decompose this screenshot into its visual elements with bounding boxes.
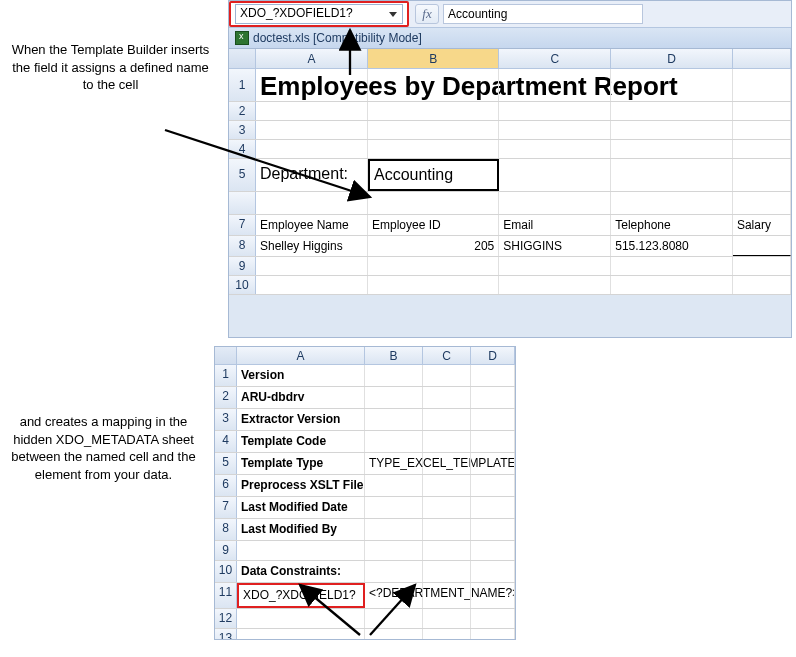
cell[interactable] — [423, 561, 471, 582]
cell[interactable] — [256, 257, 368, 275]
cell[interactable] — [499, 102, 611, 120]
cell[interactable] — [499, 159, 611, 191]
row-header[interactable]: 2 — [229, 102, 256, 120]
cell[interactable] — [423, 629, 471, 640]
meta-key-cell[interactable]: Last Modified Date — [237, 497, 365, 518]
formula-input[interactable] — [443, 4, 643, 24]
cell[interactable] — [423, 609, 471, 628]
cell[interactable] — [471, 365, 515, 386]
cell[interactable] — [423, 453, 471, 474]
row-header[interactable] — [229, 192, 256, 214]
row-header[interactable]: 1 — [215, 365, 237, 386]
cell[interactable] — [423, 519, 471, 540]
cell[interactable] — [471, 541, 515, 560]
row-header[interactable]: 8 — [229, 236, 256, 256]
row-header[interactable]: 8 — [215, 519, 237, 540]
cell[interactable] — [368, 69, 499, 101]
cell[interactable] — [471, 453, 515, 474]
cell[interactable] — [256, 192, 368, 214]
employee-tel-cell[interactable]: 515.123.8080 — [611, 236, 733, 256]
col-header-a[interactable]: A — [237, 347, 365, 364]
cell[interactable] — [611, 121, 733, 139]
row-header[interactable]: 2 — [215, 387, 237, 408]
cell[interactable] — [733, 276, 791, 294]
cell[interactable] — [611, 159, 733, 191]
cell[interactable] — [611, 192, 733, 214]
cell[interactable] — [423, 409, 471, 430]
row-header[interactable]: 12 — [215, 609, 237, 628]
row-header[interactable]: 10 — [215, 561, 237, 582]
col-header-c[interactable]: C — [499, 49, 611, 68]
cell[interactable] — [365, 561, 423, 582]
row-header[interactable]: 1 — [229, 69, 256, 101]
row-header[interactable]: 13 — [215, 629, 237, 640]
cell[interactable] — [499, 192, 611, 214]
cell[interactable] — [733, 159, 791, 191]
cell[interactable] — [365, 387, 423, 408]
cell[interactable] — [256, 276, 368, 294]
cell[interactable] — [611, 102, 733, 120]
row-header[interactable]: 11 — [215, 583, 237, 608]
cell[interactable] — [471, 387, 515, 408]
table-header-cell[interactable]: Email — [499, 215, 611, 235]
table-header-cell[interactable]: Salary — [733, 215, 791, 235]
table-header-cell[interactable]: Telephone — [611, 215, 733, 235]
cell[interactable] — [471, 583, 515, 608]
meta-key-cell[interactable]: Extractor Version — [237, 409, 365, 430]
cell[interactable] — [471, 561, 515, 582]
row-header[interactable]: 4 — [229, 140, 256, 158]
employee-name-cell[interactable]: Shelley Higgins — [256, 236, 368, 256]
cell[interactable] — [423, 475, 471, 496]
meta-key-cell[interactable]: Last Modified By — [237, 519, 365, 540]
cell[interactable] — [611, 69, 733, 101]
meta-key-cell[interactable]: Preprocess XSLT File — [237, 475, 365, 496]
row-header[interactable]: 9 — [229, 257, 256, 275]
employee-id-cell[interactable]: 205 — [368, 236, 499, 256]
cell[interactable] — [237, 609, 365, 628]
cell[interactable] — [365, 497, 423, 518]
cell[interactable] — [368, 121, 499, 139]
meta-xdo-field-cell[interactable]: XDO_?XDOFIELD1? — [237, 583, 365, 608]
cell[interactable] — [733, 192, 791, 214]
cell[interactable] — [499, 140, 611, 158]
col-header-c[interactable]: C — [423, 347, 471, 364]
cell[interactable] — [471, 629, 515, 640]
report-title-cell[interactable]: Employees by Department Report — [256, 69, 368, 101]
col-header-a[interactable]: A — [256, 49, 368, 68]
cell[interactable] — [471, 497, 515, 518]
cell[interactable] — [365, 365, 423, 386]
cell[interactable] — [471, 609, 515, 628]
department-value-cell[interactable]: Accounting — [368, 159, 499, 191]
name-box[interactable]: XDO_?XDOFIELD1? — [235, 4, 403, 24]
cell[interactable] — [611, 140, 733, 158]
row-header[interactable]: 5 — [215, 453, 237, 474]
cell[interactable] — [423, 431, 471, 452]
row-header[interactable]: 5 — [229, 159, 256, 191]
cell[interactable] — [365, 409, 423, 430]
cell[interactable] — [368, 140, 499, 158]
meta-key-cell[interactable]: Template Code — [237, 431, 365, 452]
meta-key-cell[interactable]: Template Type — [237, 453, 365, 474]
cell[interactable] — [733, 257, 791, 275]
meta-data-constraints-cell[interactable]: Data Constraints: — [237, 561, 365, 582]
fx-icon[interactable]: fx — [415, 4, 439, 24]
cell[interactable] — [733, 140, 791, 158]
employee-email-cell[interactable]: SHIGGINS — [499, 236, 611, 256]
salary-cell[interactable] — [733, 236, 791, 256]
cell[interactable] — [365, 541, 423, 560]
table-header-cell[interactable]: Employee Name — [256, 215, 368, 235]
cell[interactable] — [611, 257, 733, 275]
cell[interactable] — [733, 69, 791, 101]
row-header[interactable]: 6 — [215, 475, 237, 496]
row-header[interactable]: 7 — [229, 215, 256, 235]
cell[interactable] — [237, 629, 365, 640]
col-header-b[interactable]: B — [365, 347, 423, 364]
cell[interactable] — [237, 541, 365, 560]
meta-value-cell[interactable]: TYPE_EXCEL_TEMPLATE — [365, 453, 423, 474]
row-header[interactable]: 3 — [229, 121, 256, 139]
cell[interactable] — [365, 629, 423, 640]
select-all-corner[interactable] — [215, 347, 237, 364]
cell[interactable] — [423, 541, 471, 560]
row-header[interactable]: 3 — [215, 409, 237, 430]
cell[interactable] — [423, 583, 471, 608]
